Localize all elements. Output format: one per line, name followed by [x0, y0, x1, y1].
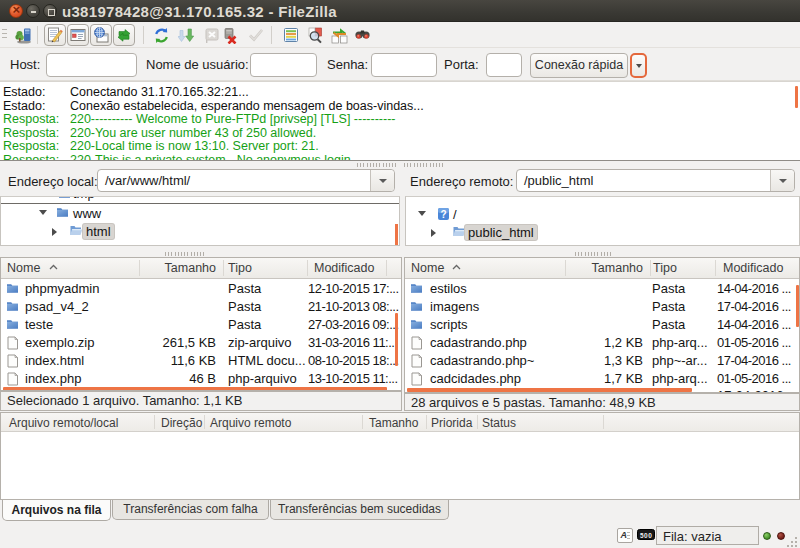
tree-item-www[interactable]: www	[1, 204, 399, 222]
column-header-tipo[interactable]: Tipo	[653, 261, 677, 275]
list-vscrollbar[interactable]	[796, 285, 799, 327]
expander-closed-icon[interactable]	[52, 228, 57, 236]
compare-button[interactable]	[304, 24, 326, 46]
tab-transfer-ncias-com-falha[interactable]: Transferências com falha	[112, 500, 269, 520]
expander-open-icon[interactable]	[39, 210, 47, 215]
file-icon	[6, 372, 19, 389]
queue-column-arquivo-remoto[interactable]: Arquivo remoto	[210, 416, 291, 430]
file-row-estilos[interactable]: estilosPasta14-04-2016 ...	[405, 279, 799, 297]
toolbar-grip-icon[interactable]	[2, 29, 7, 41]
remote-path-combo[interactable]: /public_html	[516, 169, 795, 192]
column-header-nome[interactable]: Nome	[411, 261, 444, 275]
message-log: Estado:Conectando 31.170.165.32:21...Est…	[0, 81, 800, 161]
column-separator[interactable]	[139, 260, 140, 276]
log-line-text: Conectando 31.170.165.32:21...	[70, 86, 249, 100]
username-input[interactable]	[250, 53, 317, 77]
speed-limit-icon[interactable]	[637, 529, 655, 540]
queue-column-priorida[interactable]: Priorida	[431, 416, 472, 430]
column-header-tamanho[interactable]: Tamanho	[158, 261, 216, 275]
cell-size: 1,7 KB	[573, 371, 643, 386]
tree-item-[interactable]: ?/	[406, 205, 799, 223]
filter-button[interactable]	[280, 24, 302, 46]
process-queue-button[interactable]	[175, 24, 197, 46]
list-hscrollbar[interactable]	[407, 388, 692, 392]
file-row-scripts[interactable]: scriptsPasta14-04-2016 ...	[405, 315, 799, 333]
tree-list-splitter[interactable]	[0, 246, 800, 257]
column-header-modificado[interactable]: Modificado	[723, 261, 783, 275]
port-input[interactable]	[486, 53, 522, 77]
queue-column-status[interactable]: Status	[482, 416, 516, 430]
file-row-cadastrando.php~[interactable]: cadastrando.php~1,3 KBphp~-ar...17-04-20…	[405, 351, 799, 369]
reconnect-button[interactable]	[245, 24, 267, 46]
quickconnect-button[interactable]: Conexão rápida	[530, 53, 628, 78]
cell-date: 01-05-2016 ...	[717, 371, 791, 386]
queue-column-tamanho[interactable]: Tamanho	[369, 416, 418, 430]
local-file-list: NomeTamanhoTipoModificadophpmyadminPasta…	[0, 257, 402, 391]
column-header-modificado[interactable]: Modificado	[314, 261, 374, 275]
remote-path-dropdown-icon[interactable]	[770, 170, 794, 191]
expander-closed-icon[interactable]	[431, 229, 436, 237]
toggle-local-tree-icon	[70, 27, 86, 43]
column-separator[interactable]	[307, 260, 308, 276]
column-separator[interactable]	[650, 260, 651, 276]
column-header-nome[interactable]: Nome	[7, 261, 40, 275]
minimize-button-icon[interactable]	[26, 4, 40, 18]
sync-browse-icon	[331, 27, 348, 44]
column-separator[interactable]	[386, 260, 387, 276]
maximize-button-icon[interactable]	[43, 4, 57, 18]
file-row-cadcidades.php[interactable]: cadcidades.php1,7 KBphp-arq...01-05-2016…	[405, 369, 799, 387]
local-path-dropdown-icon[interactable]	[370, 170, 394, 191]
column-separator[interactable]	[715, 260, 716, 276]
cell-date: 21-10-2013 08:...	[308, 299, 399, 314]
cell-size: 46 B	[146, 371, 216, 386]
cell-date: 14-04-2016 ...	[717, 317, 791, 332]
host-input[interactable]	[46, 53, 137, 77]
file-row-imagens[interactable]: imagensPasta17-04-2016 ...	[405, 297, 799, 315]
expander-open-icon[interactable]	[418, 211, 426, 216]
data-type-icon[interactable]	[617, 528, 633, 543]
file-row-teste[interactable]: testePasta27-03-2016 09:...	[1, 315, 401, 333]
toggle-queue-button[interactable]	[113, 24, 135, 46]
window-resize-grip-icon[interactable]	[786, 536, 798, 547]
tree-item-publichtml[interactable]: public_html	[406, 223, 799, 241]
find-button[interactable]	[351, 24, 373, 46]
queue-column-dire-o[interactable]: Direção	[161, 416, 202, 430]
log-line-label: Resposta:	[3, 127, 59, 141]
tab-arquivos-na-fila[interactable]: Arquivos na fila	[2, 500, 111, 521]
toggle-remote-tree-button[interactable]	[90, 24, 112, 46]
local-tree-scrollbar[interactable]	[395, 224, 398, 246]
tab-transfer-ncias-bem-sucedidas[interactable]: Transferências bem sucedidas	[270, 500, 449, 520]
log-scrollbar[interactable]	[795, 86, 798, 108]
toggle-log-icon	[47, 27, 63, 43]
column-separator	[154, 415, 155, 429]
column-separator[interactable]	[565, 260, 566, 276]
local-path-combo[interactable]: /var/www/html/	[97, 169, 395, 192]
local-directory-tree: tmpwwwhtml	[0, 196, 400, 246]
sync-browse-button[interactable]	[328, 24, 350, 46]
list-vscrollbar[interactable]	[395, 313, 398, 366]
tree-item-html[interactable]: html	[1, 222, 399, 240]
queue-status-text: Fila: vazia	[663, 529, 722, 544]
file-row-phpmyadmin[interactable]: phpmyadminPasta12-10-2015 17:...	[1, 279, 401, 297]
toggle-log-button[interactable]	[44, 24, 66, 46]
tree-scroll-shadow	[1, 203, 399, 205]
file-row-index.php[interactable]: index.php46 Bphp-arquivo13-10-2015 11:..…	[1, 369, 401, 387]
file-row-psad_v4_2[interactable]: psad_v4_2Pasta21-10-2013 08:...	[1, 297, 401, 315]
remote-path-row: Endereço remoto: /public_html	[405, 167, 800, 196]
quickconnect-dropdown-icon[interactable]	[630, 53, 647, 78]
password-input[interactable]	[371, 53, 437, 77]
refresh-button[interactable]	[150, 24, 172, 46]
disconnect-button[interactable]	[219, 24, 241, 46]
column-separator[interactable]	[223, 260, 224, 276]
close-button-icon[interactable]	[9, 4, 23, 18]
folder-icon	[6, 300, 19, 316]
queue-column-arquivo-remoto-local[interactable]: Arquivo remoto/local	[9, 416, 118, 430]
file-row-cadastrando.php[interactable]: cadastrando.php1,2 KBphp-arq...01-05-201…	[405, 333, 799, 351]
site-manager-button[interactable]	[12, 24, 34, 46]
column-header-tipo[interactable]: Tipo	[228, 261, 252, 275]
file-row-index.html[interactable]: index.html11,6 KBHTML docu...08-10-2015 …	[1, 351, 401, 369]
toggle-local-tree-button[interactable]	[67, 24, 89, 46]
tree-item-label: /	[453, 207, 457, 222]
file-row-exemplo.zip[interactable]: exemplo.zip261,5 KBzip-arquivo31-03-2016…	[1, 333, 401, 351]
column-header-tamanho[interactable]: Tamanho	[585, 261, 643, 275]
